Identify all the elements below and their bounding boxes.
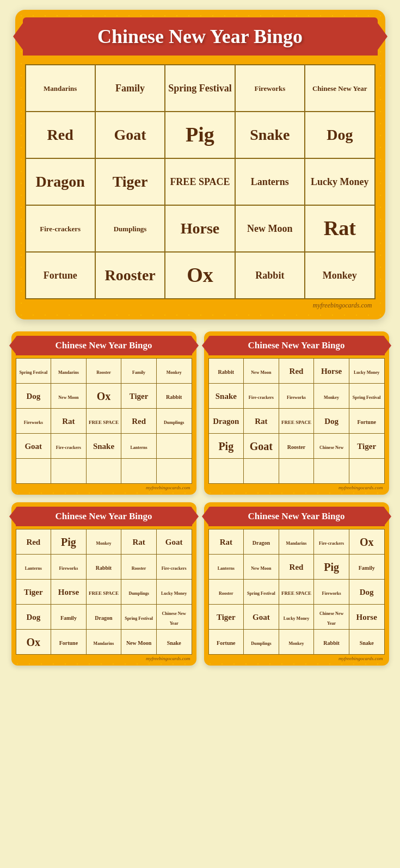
table-row: Dragon xyxy=(244,530,279,555)
table-row: Rat xyxy=(51,409,87,434)
table-row: Dumplings xyxy=(121,580,157,605)
table-row: Family xyxy=(349,555,384,580)
table-row: Fireworks xyxy=(235,65,305,112)
cell-text: Dragon xyxy=(95,615,112,621)
table-row: Fireworks xyxy=(279,384,314,409)
table-row: Rabbit xyxy=(156,384,192,409)
table-row: Mandarins xyxy=(86,630,121,655)
table-row: Fireworks xyxy=(314,580,349,605)
cell-text: Monkey xyxy=(288,641,304,646)
cell-text: Family xyxy=(132,370,145,375)
table-row: Snake xyxy=(349,630,384,655)
cell-text: Dragon xyxy=(36,173,85,190)
cell-text: Rat xyxy=(324,217,356,239)
table-row: Tiger xyxy=(16,580,51,605)
cell-text: Rat xyxy=(62,417,75,426)
main-banner: Chinese New Year Bingo xyxy=(23,17,378,56)
cell-text: Pig xyxy=(324,561,339,573)
cell-text: Rooster xyxy=(96,370,111,375)
small-cards-row-1: Chinese New Year Bingo Spring FestivalMa… xyxy=(7,331,393,495)
cell-text: Fireworks xyxy=(322,591,341,596)
table-row: Rooster xyxy=(279,434,314,459)
table-row: Monkey xyxy=(86,530,121,555)
cell-text: Rooster xyxy=(219,591,233,596)
cell-text: Horse xyxy=(58,588,79,596)
cell-text: Family xyxy=(60,615,77,621)
table-row: Snake xyxy=(86,434,121,459)
table-row: FREE SPACE xyxy=(279,409,314,434)
small-table-2: Spring FestivalMandarinsRoosterFamilyMon… xyxy=(16,358,192,484)
cell-text: Dog xyxy=(26,392,40,401)
table-row: Spring Festival xyxy=(244,580,279,605)
table-row: Dumplings xyxy=(156,409,192,434)
table-row xyxy=(156,459,192,484)
cell-text: Rabbit xyxy=(166,394,182,400)
table-row: New Moon xyxy=(121,630,157,655)
table-row: New Moon xyxy=(51,384,87,409)
table-row: Rooster xyxy=(121,555,157,580)
cell-text: Fire-crackers xyxy=(162,566,187,571)
table-row: Fire-crackers xyxy=(314,530,349,555)
cell-text: Rat xyxy=(220,538,232,546)
cell-text: Fortune xyxy=(44,270,77,281)
cell-text: Rooster xyxy=(132,566,146,571)
table-row: Rat xyxy=(244,409,279,434)
table-row: Dog xyxy=(16,605,51,630)
cell-text: Monkey xyxy=(96,541,111,546)
table-row: Ox xyxy=(349,530,384,555)
table-row: Rabbit xyxy=(314,630,349,655)
cell-text: Fortune xyxy=(217,640,235,646)
main-bingo-card: Chinese New Year Bingo MandarinsFamilySp… xyxy=(15,10,385,319)
cell-text: Rat xyxy=(132,538,145,546)
main-website: myfreebingocards.com xyxy=(25,299,376,310)
table-row: Fortune xyxy=(208,630,244,655)
table-row: Dog xyxy=(314,409,349,434)
small-website-2: myfreebingocards.com xyxy=(16,484,192,490)
table-row: Rooster xyxy=(95,252,165,299)
table-row: Monkey xyxy=(314,384,349,409)
cell-text: Tiger xyxy=(113,173,148,190)
cell-text: Fire-crackers xyxy=(249,395,274,400)
cell-text: FREE SPACE xyxy=(170,176,230,187)
cell-text: Rooster xyxy=(104,267,155,284)
cell-text: Fireworks xyxy=(254,84,285,93)
table-row: Snake xyxy=(235,112,305,158)
cell-text: Rooster xyxy=(287,444,305,450)
table-row: FREE SPACE xyxy=(86,409,121,434)
table-row: Red xyxy=(279,359,314,384)
cell-text: Spring Festival xyxy=(247,591,275,596)
table-row xyxy=(349,459,384,484)
cell-text: Spring Festival xyxy=(353,395,381,400)
cell-text: Mandarins xyxy=(94,641,114,646)
cell-text: Horse xyxy=(321,367,342,375)
cell-text: Rat xyxy=(255,417,267,426)
small-banner-3: Chinese New Year Bingo xyxy=(208,336,385,355)
table-row: Family xyxy=(51,605,87,630)
table-row: Mandarins xyxy=(279,530,314,555)
cell-text: FREE SPACE xyxy=(89,590,119,596)
cell-text: Mandarins xyxy=(286,541,307,546)
table-row: Fortune xyxy=(349,409,384,434)
cell-text: Spring Festival xyxy=(168,83,232,94)
cell-text: Family xyxy=(359,565,375,571)
cell-text: Chinese New Year xyxy=(312,84,367,93)
table-row: Goat xyxy=(244,605,279,630)
small-website-3: myfreebingocards.com xyxy=(208,484,385,490)
cell-text: Monkey xyxy=(324,395,339,400)
cell-text: New Moon xyxy=(58,395,78,400)
table-row: Red xyxy=(279,555,314,580)
cell-text: Dragon xyxy=(253,540,270,546)
cell-text: Fireworks xyxy=(287,395,306,400)
cell-text: Horse xyxy=(181,220,220,237)
small-card-2: Chinese New Year Bingo Spring FestivalMa… xyxy=(11,331,196,495)
table-row: Lanterns xyxy=(208,555,244,580)
table-row: Rabbit xyxy=(235,252,305,299)
table-row: Dumplings xyxy=(95,205,165,252)
table-row: Fortune xyxy=(51,630,87,655)
cell-text: New Moon xyxy=(251,370,271,375)
small-table-5: RatDragonMandarinsFire-crackersOxLantern… xyxy=(208,529,385,655)
cell-text: Red xyxy=(132,417,146,426)
cell-text: Lanterns xyxy=(25,566,42,571)
small-title-3: Chinese New Year Bingo xyxy=(248,340,344,350)
cell-text: Dumplings xyxy=(114,225,147,233)
